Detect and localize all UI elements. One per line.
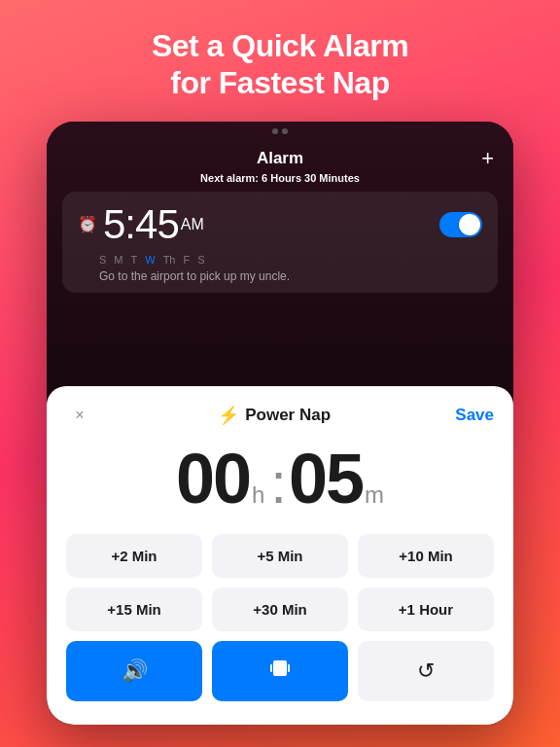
timer-colon: : bbox=[270, 449, 287, 516]
svg-rect-0 bbox=[273, 660, 287, 676]
alarm-day-w: W bbox=[145, 254, 155, 266]
alarm-day-s1: S bbox=[99, 254, 106, 266]
alarm-time-section: ⏰ 5:45 AM bbox=[78, 201, 204, 248]
alarm-toggle[interactable] bbox=[439, 212, 482, 237]
reset-icon: ↺ bbox=[417, 658, 435, 684]
alarm-ampm-display: AM bbox=[181, 216, 204, 233]
timer-display: 00 h : 05 m bbox=[66, 439, 494, 518]
vibrate-button[interactable] bbox=[212, 641, 348, 701]
headline-line2: for Fastest Nap bbox=[152, 64, 408, 101]
headline-line1: Set a Quick Alarm bbox=[152, 27, 408, 64]
alarm-day-f: F bbox=[183, 254, 190, 266]
speaker-icon: 🔊 bbox=[122, 658, 148, 684]
add-10min-button[interactable]: +10 Min bbox=[358, 534, 494, 578]
alarm-card-top: ⏰ 5:45 AM bbox=[78, 201, 482, 248]
add-2min-button[interactable]: +2 Min bbox=[66, 534, 202, 578]
headline: Set a Quick Alarm for Fastest Nap bbox=[113, 0, 447, 122]
lightning-icon: ⚡ bbox=[218, 405, 239, 426]
alarm-label: Go to the airport to pick up my uncle. bbox=[99, 269, 482, 283]
timer-hours: 00 bbox=[176, 439, 250, 518]
alarm-screen-title: Alarm bbox=[257, 149, 303, 168]
power-nap-modal: × ⚡ Power Nap Save 00 h : 05 m +2 Min +5… bbox=[47, 386, 513, 725]
action-buttons-grid: 🔊 ↺ bbox=[66, 641, 494, 701]
status-dot-1 bbox=[272, 128, 278, 134]
add-5min-button[interactable]: +5 Min bbox=[212, 534, 348, 578]
alarm-day-th: Th bbox=[163, 254, 176, 266]
add-15min-button[interactable]: +15 Min bbox=[66, 587, 202, 631]
reset-button[interactable]: ↺ bbox=[358, 641, 494, 701]
alarm-day-s2: S bbox=[197, 254, 204, 266]
time-buttons-grid: +2 Min +5 Min +10 Min +15 Min +30 Min +1… bbox=[66, 534, 494, 631]
alarm-time-display: 5:45 bbox=[103, 201, 179, 248]
device-frame: Alarm + Next alarm: 6 Hours 30 Minutes ⏰… bbox=[47, 122, 513, 725]
vibrate-icon bbox=[268, 657, 292, 686]
timer-minutes-suffix: m bbox=[365, 481, 384, 509]
modal-title-group: ⚡ Power Nap bbox=[218, 405, 331, 426]
svg-rect-2 bbox=[288, 664, 290, 672]
add-1hour-button[interactable]: +1 Hour bbox=[358, 587, 494, 631]
alarm-card: ⏰ 5:45 AM S M T W Th F S Go to the airpo… bbox=[62, 192, 498, 293]
modal-header: × ⚡ Power Nap Save bbox=[66, 402, 494, 429]
add-alarm-button[interactable]: + bbox=[481, 146, 494, 171]
svg-rect-1 bbox=[270, 664, 272, 672]
sound-button[interactable]: 🔊 bbox=[66, 641, 202, 701]
alarm-header: Alarm + bbox=[47, 141, 513, 172]
status-bar bbox=[47, 122, 513, 141]
alarm-day-m: M bbox=[114, 254, 122, 266]
alarm-clock-icon: ⏰ bbox=[78, 215, 97, 233]
timer-hours-suffix: h bbox=[252, 481, 264, 509]
alarm-day-t: T bbox=[131, 254, 138, 266]
add-30min-button[interactable]: +30 Min bbox=[212, 587, 348, 631]
modal-title: Power Nap bbox=[245, 406, 331, 425]
modal-save-button[interactable]: Save bbox=[455, 406, 494, 425]
alarm-days-row: S M T W Th F S bbox=[99, 254, 482, 266]
modal-close-button[interactable]: × bbox=[66, 402, 93, 429]
timer-minutes: 05 bbox=[289, 439, 363, 518]
next-alarm-label: Next alarm: 6 Hours 30 Minutes bbox=[47, 172, 513, 184]
status-dot-2 bbox=[282, 128, 288, 134]
